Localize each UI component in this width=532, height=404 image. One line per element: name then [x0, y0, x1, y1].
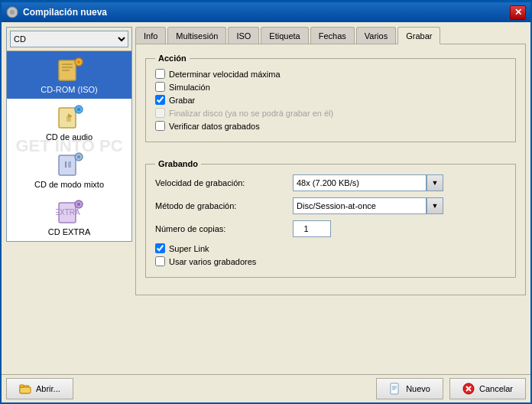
velocidad-select[interactable]: 48x (7.200 KB/s) 32x 24x — [293, 174, 427, 191]
nuevo-button[interactable]: Nuevo — [376, 378, 443, 399]
items-list: CD-ROM (ISO)CD de audioCD de modo mixtoE… — [7, 51, 131, 241]
tab-multisesion[interactable]: Multisesión — [167, 27, 226, 44]
superlink-label: Super Link — [169, 244, 209, 253]
window-body: CDCD-ROM (ISO)CD de audioCD de modo mixt… — [2, 22, 530, 374]
velocidad-row: Velocidad de grabación: 48x (7.200 KB/s)… — [155, 174, 506, 191]
varios-grabadores-row: Usar varios grabadores — [155, 256, 506, 266]
superlink-row: Super Link — [155, 243, 506, 253]
metodo-dropdown-pair: Disc/Session-at-once Track-at-once RAW ▼ — [293, 197, 443, 214]
list-item-cd-extra[interactable]: EXTRACD EXTRA — [7, 194, 131, 241]
list-item-cd-audio[interactable]: CD de audio — [7, 99, 131, 146]
right-buttons: Nuevo Cancelar — [376, 378, 526, 399]
cancelar-label: Cancelar — [479, 384, 513, 393]
metodo-dropdown-btn[interactable]: ▼ — [427, 197, 443, 214]
finalizar-label: Finalizar disco (ya no se podrá grabar e… — [169, 109, 333, 118]
window-icon — [6, 6, 18, 18]
grabando-section: Grabando Velocidad de grabación: 48x (7.… — [145, 159, 516, 278]
grabar-checkbox[interactable] — [155, 95, 165, 105]
accion-verificar-row: Verificar datos grabados — [155, 121, 506, 131]
nuevo-icon — [389, 383, 401, 395]
main-window: Compilación nueva ✕ CDCD-ROM (ISO)CD de … — [0, 0, 532, 404]
simulacion-checkbox[interactable] — [155, 82, 165, 92]
velocidad-label: Determinar velocidad máxima — [169, 70, 281, 79]
top-row: CDCD-ROM (ISO)CD de audioCD de modo mixt… — [6, 27, 526, 370]
velocidad-dropdown-btn[interactable]: ▼ — [427, 174, 443, 191]
svg-rect-20 — [20, 385, 24, 387]
velocidad-dropdown-pair: 48x (7.200 KB/s) 32x 24x ▼ — [293, 174, 443, 191]
cd-mixto-label: CD de modo mixto — [34, 180, 104, 189]
svg-point-16 — [77, 203, 80, 206]
abrir-button[interactable]: Abrir... — [6, 378, 73, 399]
abrir-label: Abrir... — [36, 384, 60, 393]
accion-simulacion-row: Simulación — [155, 82, 506, 92]
cancelar-icon — [462, 383, 475, 395]
svg-rect-5 — [62, 64, 73, 65]
list-item-cd-mixto[interactable]: CD de modo mixto — [7, 146, 131, 194]
metodo-select[interactable]: Disc/Session-at-once Track-at-once RAW — [293, 197, 427, 214]
svg-rect-21 — [391, 383, 398, 394]
varios-grabadores-label: Usar varios grabadores — [169, 257, 256, 266]
svg-point-13 — [77, 155, 80, 158]
abrir-icon — [19, 383, 31, 395]
grabar-label: Grabar — [169, 96, 195, 105]
finalizar-checkbox[interactable] — [155, 108, 165, 118]
svg-rect-19 — [20, 387, 31, 393]
cd-audio-label: CD de audio — [46, 132, 92, 142]
varios-grabadores-checkbox[interactable] — [155, 256, 165, 266]
velocidad-checkbox[interactable] — [155, 69, 165, 79]
accion-section: Acción Determinar velocidad máxima Simul… — [145, 54, 516, 142]
accion-title: Acción — [155, 54, 190, 63]
nuevo-label: Nuevo — [406, 384, 430, 393]
list-item-cdrom-iso[interactable]: CD-ROM (ISO) — [7, 51, 131, 99]
tab-fechas[interactable]: Fechas — [310, 27, 355, 44]
cd-extra-icon: EXTRA — [56, 198, 83, 227]
svg-rect-7 — [62, 70, 70, 71]
bottom-bar: Abrir... Nuevo Cancelar — [2, 374, 530, 402]
cd-dropdown-container: CD — [7, 28, 131, 51]
verificar-label: Verificar datos grabados — [169, 122, 260, 131]
superlink-checkbox[interactable] — [155, 243, 165, 253]
svg-point-1 — [10, 10, 15, 15]
grabando-title: Grabando — [155, 159, 201, 168]
cd-extra-label: CD EXTRA — [48, 227, 91, 236]
cd-mixto-icon — [56, 151, 83, 180]
accion-grabar-row: Grabar — [155, 95, 506, 105]
cd-audio-icon — [56, 103, 83, 132]
close-button[interactable]: ✕ — [510, 5, 526, 20]
tab-etiqueta[interactable]: Etiqueta — [261, 27, 308, 44]
metodo-row: Método de grabación: Disc/Session-at-onc… — [155, 197, 506, 214]
svg-point-10 — [77, 108, 80, 111]
copias-input[interactable] — [293, 220, 331, 237]
svg-text:EXTRA: EXTRA — [56, 208, 80, 217]
title-bar-title: Compilación nueva — [6, 6, 107, 18]
copias-row: Número de copias: — [155, 220, 506, 237]
cd-type-select[interactable]: CD — [10, 31, 128, 47]
verificar-checkbox[interactable] — [155, 121, 165, 131]
svg-rect-6 — [62, 67, 73, 68]
left-panel: CDCD-ROM (ISO)CD de audioCD de modo mixt… — [6, 27, 132, 242]
title-bar: Compilación nueva ✕ — [2, 2, 530, 22]
tab-content: Acción Determinar velocidad máxima Simul… — [135, 44, 526, 295]
accion-finalizar-row: Finalizar disco (ya no se podrá grabar e… — [155, 108, 506, 118]
tab-iso[interactable]: ISO — [228, 27, 259, 44]
svg-rect-11 — [59, 155, 76, 175]
copias-form-label: Número de copias: — [155, 224, 293, 233]
cdrom-iso-label: CD-ROM (ISO) — [41, 85, 98, 94]
cancelar-button[interactable]: Cancelar — [449, 378, 526, 399]
velocidad-form-label: Velocidad de grabación: — [155, 178, 293, 187]
svg-point-4 — [77, 60, 80, 64]
accion-velocidad-row: Determinar velocidad máxima — [155, 69, 506, 79]
simulacion-label: Simulación — [169, 83, 210, 92]
tabs-container: Info Multisesión ISO Etiqueta Fechas Var… — [135, 27, 526, 295]
cdrom-iso-icon — [56, 56, 83, 85]
tab-grabar[interactable]: Grabar — [397, 27, 440, 44]
tab-info[interactable]: Info — [135, 27, 166, 44]
metodo-form-label: Método de grabación: — [155, 201, 293, 210]
tab-varios[interactable]: Varios — [356, 27, 396, 44]
tabs-row: Info Multisesión ISO Etiqueta Fechas Var… — [135, 27, 526, 44]
